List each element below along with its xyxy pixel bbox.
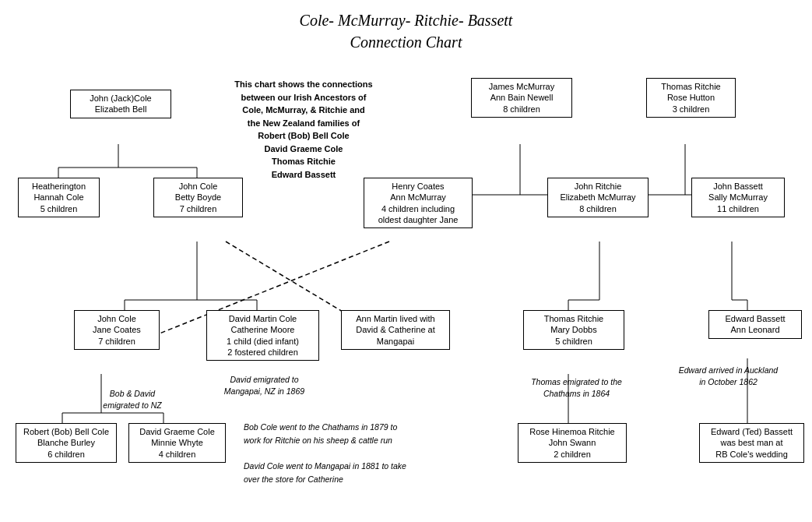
thomas-emigrated-note: Thomas emigrated to theChathams in 1864 — [520, 376, 633, 399]
edward-bassett-box: Edward Bassett Ann Leonard — [708, 310, 802, 339]
james-mcmurray-box: James McMurray Ann Bain Newell 8 childre… — [471, 78, 572, 118]
david-graeme-box: David Graeme Cole Minnie Whyte 4 childre… — [128, 423, 226, 463]
john-ritchie-box: John Ritchie Elizabeth McMurray 8 childr… — [547, 178, 649, 217]
desc-line4: the New Zealand families of — [210, 117, 397, 130]
page: Cole- McMurray- Ritchie- Bassett Connect… — [0, 0, 812, 522]
david-martin-cole-box: David Martin Cole Catherine Moore 1 chil… — [206, 310, 319, 361]
description-block: This chart shows the connections between… — [210, 78, 397, 181]
bob-david-note: Bob & Davidemigrated to NZ — [90, 388, 175, 411]
john-cole-jane-box: John Cole Jane Coates 7 children — [74, 310, 160, 350]
heatherington-box: Heatherington Hannah Cole 5 children — [18, 178, 100, 217]
desc-line5: Robert (Bob) Bell Cole — [210, 129, 397, 143]
desc-line6: David Graeme Cole — [210, 143, 397, 156]
edward-arrived-note: Edward arrived in Aucklandin October 186… — [664, 365, 793, 387]
desc-line3: Cole, McMurray, & Ritchie and — [210, 104, 397, 117]
john-cole-betty-box: John Cole Betty Boyde 7 children — [153, 178, 243, 217]
bob-chathams-note: Bob Cole went to the Chathams in 1879 to… — [244, 421, 485, 486]
edward-ted-box: Edward (Ted) Bassett was best man at RB … — [699, 423, 804, 463]
john-bassett-box: John Bassett Sally McMurray 11 children — [691, 178, 785, 217]
ann-martin-box: Ann Martin lived with David & Catherine … — [341, 310, 450, 350]
desc-line2: between our Irish Ancestors of — [210, 91, 397, 104]
john-jack-cole-box: John (Jack)Cole Elizabeth Bell — [70, 90, 171, 118]
robert-bob-box: Robert (Bob) Bell Cole Blanche Burley 6 … — [16, 423, 117, 463]
thomas-ritchie-rose-box: Thomas Ritchie Rose Hutton 3 children — [646, 78, 736, 118]
page-title: Cole- McMurray- Ritchie- Bassett Connect… — [0, 0, 812, 53]
david-emigrated-note: David emigrated toMangapai, NZ in 1869 — [209, 374, 320, 397]
henry-coates-box: Henry Coates Ann McMurray 4 children inc… — [364, 178, 473, 228]
rose-hinemoa-box: Rose Hinemoa Ritchie John Swann 2 childr… — [518, 423, 627, 463]
desc-line1: This chart shows the connections — [210, 78, 397, 91]
thomas-ritchie-mary-box: Thomas Ritchie Mary Dobbs 5 children — [523, 310, 624, 350]
desc-line7: Thomas Ritchie — [210, 155, 397, 168]
